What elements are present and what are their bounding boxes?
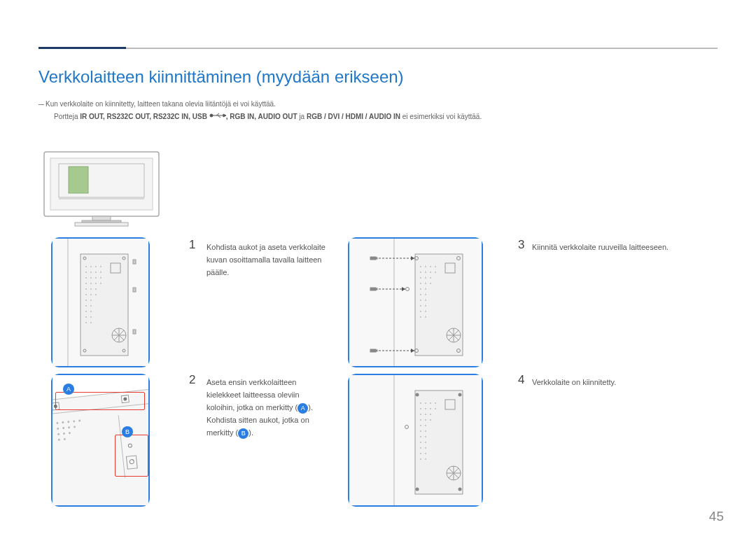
svg-rect-126: [376, 350, 377, 351]
svg-point-91: [430, 266, 431, 267]
svg-point-105: [420, 294, 421, 295]
step-1-number: 1: [189, 238, 195, 252]
svg-point-164: [420, 447, 421, 449]
svg-point-156: [420, 425, 421, 426]
page-number: 45: [709, 509, 724, 524]
svg-rect-14: [80, 254, 128, 356]
svg-rect-121: [370, 257, 376, 260]
svg-rect-59: [133, 330, 136, 334]
svg-rect-10: [75, 223, 128, 226]
svg-point-143: [425, 402, 426, 404]
svg-rect-124: [376, 288, 377, 290]
svg-point-45: [85, 322, 87, 323]
inline-label-b: B: [238, 428, 248, 439]
svg-point-147: [425, 408, 426, 409]
svg-rect-88: [415, 254, 463, 356]
svg-point-44: [90, 316, 92, 318]
svg-rect-8: [92, 216, 111, 220]
svg-point-110: [425, 305, 426, 307]
svg-point-179: [458, 488, 462, 491]
svg-point-160: [420, 436, 421, 437]
svg-point-41: [85, 311, 87, 312]
svg-point-146: [420, 408, 421, 409]
header-accent: [38, 47, 126, 49]
svg-point-31: [85, 288, 87, 290]
svg-rect-57: [133, 260, 136, 264]
step-1-diagram: [51, 237, 150, 367]
svg-point-148: [430, 408, 431, 409]
step-3-diagram: [348, 237, 483, 367]
svg-point-33: [95, 288, 97, 290]
svg-point-0: [210, 114, 213, 117]
svg-point-93: [420, 272, 421, 273]
svg-rect-122: [376, 258, 377, 259]
svg-point-22: [100, 272, 102, 273]
svg-point-103: [420, 288, 421, 290]
svg-point-96: [435, 272, 436, 273]
svg-point-97: [420, 277, 421, 279]
note-block: Kun verkkolaite on kiinnitetty, laitteen…: [38, 99, 482, 122]
step-4-diagram: [348, 374, 483, 507]
svg-point-39: [85, 305, 87, 307]
svg-point-145: [435, 402, 436, 404]
svg-point-162: [420, 442, 421, 443]
svg-point-101: [425, 283, 426, 284]
svg-point-104: [425, 288, 426, 290]
svg-point-35: [90, 294, 92, 295]
svg-point-152: [430, 414, 431, 415]
svg-point-40: [90, 305, 92, 307]
svg-point-108: [425, 300, 426, 301]
svg-point-161: [425, 436, 426, 437]
svg-point-26: [100, 277, 102, 279]
svg-point-177: [458, 393, 462, 397]
svg-point-107: [420, 300, 421, 301]
svg-point-106: [425, 294, 426, 295]
svg-point-98: [425, 277, 426, 279]
monitor-overview-diagram: [43, 151, 160, 230]
svg-point-153: [420, 419, 421, 421]
svg-point-89: [420, 266, 421, 267]
svg-point-27: [85, 283, 87, 284]
svg-point-19: [85, 272, 87, 273]
svg-point-46: [90, 322, 92, 323]
svg-point-166: [420, 453, 421, 454]
label-b-badge: B: [122, 426, 133, 437]
inline-label-a: A: [298, 403, 308, 414]
svg-point-157: [425, 425, 426, 426]
step-1-text: Kohdista aukot ja aseta verkkolaite kuva…: [206, 241, 329, 279]
svg-point-114: [425, 316, 426, 318]
svg-point-16: [90, 266, 92, 267]
svg-point-90: [425, 266, 426, 267]
svg-point-144: [430, 402, 431, 404]
svg-point-165: [425, 447, 426, 449]
svg-point-142: [420, 402, 421, 404]
svg-point-167: [425, 453, 426, 454]
svg-point-15: [85, 266, 87, 267]
svg-point-169: [425, 458, 426, 460]
svg-point-43: [85, 316, 87, 318]
svg-point-95: [430, 272, 431, 273]
svg-point-111: [420, 311, 421, 312]
svg-point-18: [100, 266, 102, 267]
svg-point-20: [90, 272, 92, 273]
svg-rect-5: [69, 167, 88, 193]
svg-point-94: [425, 272, 426, 273]
svg-point-36: [95, 294, 97, 295]
svg-point-149: [435, 408, 436, 409]
svg-point-21: [95, 272, 97, 273]
svg-point-102: [430, 283, 431, 284]
svg-point-113: [420, 316, 421, 318]
svg-point-99: [430, 277, 431, 279]
svg-point-28: [90, 283, 92, 284]
step-3-text: Kiinnitä verkkolaite ruuveilla laitteese…: [532, 241, 700, 253]
header-divider: [38, 48, 718, 49]
svg-rect-141: [415, 391, 463, 494]
svg-point-23: [85, 277, 87, 279]
step-3-number: 3: [518, 238, 524, 252]
svg-point-30: [100, 283, 102, 284]
svg-point-37: [85, 300, 87, 301]
svg-point-32: [90, 288, 92, 290]
step-2-number: 2: [189, 373, 195, 387]
svg-rect-123: [370, 288, 376, 290]
svg-point-158: [420, 430, 421, 432]
